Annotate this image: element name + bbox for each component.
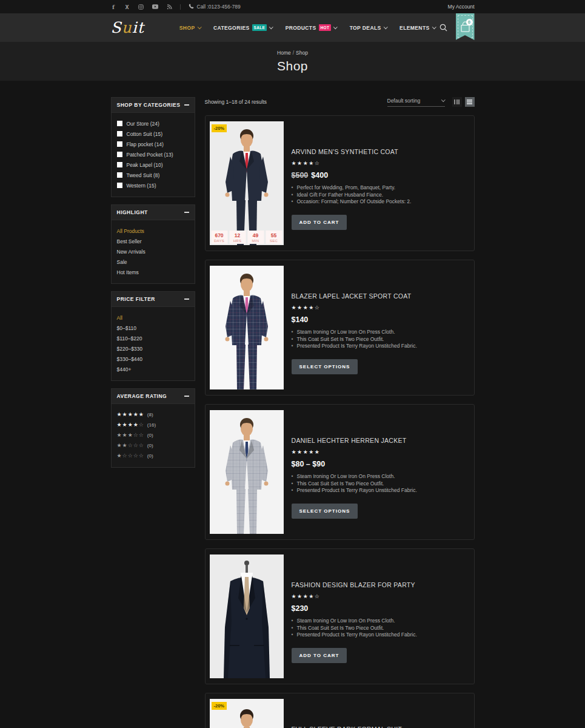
feature-item: Presented Product Is Terry Rayon Unstitc…: [292, 487, 417, 494]
collapse-icon[interactable]: [184, 298, 189, 300]
rating-filter-2-star[interactable]: ★★☆☆☆ (0): [117, 440, 189, 451]
nav-item-label: SHOP: [179, 25, 195, 31]
checkbox[interactable]: [117, 152, 122, 157]
checkbox[interactable]: [117, 183, 122, 188]
highlight-link-hot-items[interactable]: Hot Items: [117, 267, 189, 277]
rating-filter-1-star[interactable]: ★☆☆☆☆ (0): [117, 451, 189, 461]
product-image[interactable]: -20%: [210, 698, 284, 728]
rating-filter-4-star[interactable]: ★★★★☆ (16): [117, 420, 189, 430]
current-price: $140: [292, 315, 309, 324]
nav-item-top-deals[interactable]: TOP DEALS: [350, 25, 387, 31]
product-image[interactable]: [210, 553, 284, 679]
rating-count: (0): [147, 443, 153, 448]
cart-count-badge: 0: [466, 19, 473, 25]
panel-header-price-filter[interactable]: PRICE FILTER: [112, 292, 195, 307]
star-icons: ★★★☆☆: [117, 432, 144, 439]
rating-filter-3-star[interactable]: ★★★☆☆ (0): [117, 430, 189, 440]
collapse-icon[interactable]: [184, 396, 189, 397]
logo[interactable]: Suit: [111, 20, 144, 35]
cart-button[interactable]: 0: [456, 13, 475, 40]
nav-item-shop[interactable]: SHOP: [179, 25, 201, 31]
page-title: Shop: [277, 59, 308, 73]
grid-view-button[interactable]: [452, 97, 462, 107]
panel-header-shop-by-categories[interactable]: SHOP BY CATEGORIES: [112, 98, 195, 113]
category-label: Our Store (24): [127, 121, 159, 127]
category-filter-tweed-suit[interactable]: Tweed Suit (8): [117, 170, 189, 180]
feature-item: Steam Ironing Or Low Iron On Press Cloth…: [292, 618, 417, 625]
checkbox[interactable]: [117, 121, 122, 126]
price-filter-110-220[interactable]: $110–$220: [117, 333, 189, 343]
category-label: Western (15): [127, 183, 156, 189]
category-filter-western[interactable]: Western (15): [117, 180, 189, 190]
sort-dropdown[interactable]: Default sorting: [387, 98, 445, 107]
rating-count: (0): [147, 453, 153, 459]
product-image[interactable]: [210, 409, 284, 535]
highlight-link-new-arrivals[interactable]: New Arrivals: [117, 246, 189, 257]
my-account-link[interactable]: My Account: [448, 4, 475, 10]
category-filter-peak-lapel[interactable]: Peak Lapel (10): [117, 160, 189, 170]
product-title[interactable]: FULL SLEEVE DARK FORMAL SUIT: [292, 726, 403, 728]
product-title[interactable]: DANIEL HECHTER HERREN JACKET: [292, 437, 407, 444]
add-to-cart-button[interactable]: ADD TO CART: [292, 648, 347, 663]
logo-part-gold: u: [122, 19, 132, 36]
facebook-icon[interactable]: f: [111, 4, 116, 10]
instagram-icon[interactable]: [138, 4, 144, 10]
product-title[interactable]: ARVIND MEN'S SYNTHETIC COAT: [292, 148, 399, 155]
panel-average-rating: AVERAGE RATING ★★★★★ (8) ★★★★☆ (16) ★★★☆…: [111, 388, 195, 468]
nav-item-elements[interactable]: ELEMENTS: [399, 25, 435, 31]
product-title[interactable]: BLAZER LAPEL JACKET SPORT COAT: [292, 292, 412, 300]
category-filter-cotton-suit[interactable]: Cotton Suit (15): [117, 129, 189, 139]
phone-number: Call :0123-456-789: [197, 4, 241, 10]
product-title[interactable]: FASHION DESIGN BLAZER FOR PARTY: [292, 581, 415, 588]
product-image[interactable]: -20% 670DAYS12HRS49MIN55SEC: [210, 120, 284, 246]
rating-filter-5-star[interactable]: ★★★★★ (8): [117, 410, 189, 420]
category-label: Patched Pocket (13): [127, 152, 173, 158]
rss-icon[interactable]: [167, 4, 172, 10]
product-features: Steam Ironing Or Low Iron On Press Cloth…: [292, 473, 417, 494]
product-card-arvind-men-s-synthetic-coat: -20% 670DAYS12HRS49MIN55SEC ARVIND MEN'S…: [205, 115, 475, 251]
category-filter-flap-pocket[interactable]: Flap pocket (14): [117, 139, 189, 149]
checkbox[interactable]: [117, 141, 122, 147]
add-to-cart-button[interactable]: ADD TO CART: [292, 215, 347, 230]
price-filter-all[interactable]: All: [117, 312, 189, 323]
nav-item-categories[interactable]: CATEGORIES SALE: [213, 24, 273, 31]
star-icons: ★★★★★: [117, 411, 144, 418]
old-price: $500: [292, 171, 309, 180]
collapse-icon[interactable]: [184, 104, 189, 106]
list-view-button[interactable]: [465, 97, 475, 107]
nav-item-products[interactable]: PRODUCTS HOT: [286, 24, 337, 31]
select-options-button[interactable]: SELECT OPTIONS: [292, 359, 358, 374]
price-filter-440[interactable]: $440+: [117, 364, 189, 374]
main-content: SHOP BY CATEGORIES Our Store (24) Cotton…: [111, 81, 475, 728]
product-image[interactable]: [210, 265, 284, 391]
product-list: -20% 670DAYS12HRS49MIN55SEC ARVIND MEN'S…: [205, 115, 475, 728]
panel-header-highlight[interactable]: HIGHLIGHT: [112, 205, 195, 220]
breadcrumb-home[interactable]: Home: [277, 50, 291, 56]
price-filter-220-330[interactable]: $220–$330: [117, 343, 189, 354]
rating-count: (8): [147, 412, 153, 417]
current-price: $80 – $90: [292, 460, 326, 468]
phone-contact[interactable]: Call :0123-456-789: [189, 4, 241, 10]
highlight-link-all-products[interactable]: All Products: [117, 226, 189, 236]
panel-title: PRICE FILTER: [117, 296, 155, 302]
sidebar: SHOP BY CATEGORIES Our Store (24) Cotton…: [111, 97, 195, 728]
highlight-link-best-seller[interactable]: Best Seller: [117, 236, 189, 246]
checkbox[interactable]: [117, 131, 122, 136]
search-button[interactable]: [440, 24, 447, 32]
youtube-icon[interactable]: [152, 4, 158, 9]
star-icons: ★☆☆☆☆: [117, 453, 144, 459]
collapse-icon[interactable]: [184, 212, 189, 213]
checkbox[interactable]: [117, 172, 122, 178]
feature-item: This Coat Suit Set Is Two Piece Outfit.: [292, 625, 417, 632]
category-filter-our-store[interactable]: Our Store (24): [117, 118, 189, 129]
price-filter-0-110[interactable]: $0–$110: [117, 323, 189, 333]
x-twitter-icon[interactable]: X: [124, 4, 130, 10]
discount-badge: -20%: [212, 702, 227, 710]
select-options-button[interactable]: SELECT OPTIONS: [292, 504, 358, 519]
category-filter-patched-pocket[interactable]: Patched Pocket (13): [117, 149, 189, 160]
checkbox[interactable]: [117, 162, 122, 167]
panel-header-average-rating[interactable]: AVERAGE RATING: [112, 389, 195, 404]
shop-toolbar: Showing 1–18 of 24 results Default sorti…: [205, 97, 475, 107]
price-filter-330-440[interactable]: $330–$440: [117, 354, 189, 364]
highlight-link-sale[interactable]: Sale: [117, 257, 189, 267]
